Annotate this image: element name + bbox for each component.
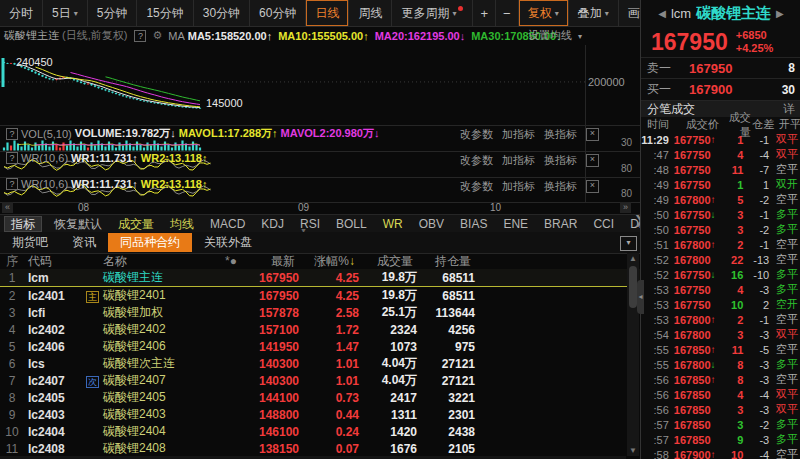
toolbar-60分钟[interactable]: 60分钟 [250, 0, 306, 26]
tick-row[interactable]: :561678504-4双平 [641, 387, 800, 402]
toolbar-日线[interactable]: 日线 [306, 0, 349, 26]
tick-row[interactable]: :4816775011-7空平 [641, 162, 800, 177]
toolbar-分时[interactable]: 分时 [0, 0, 43, 26]
tick-row[interactable]: :52167750↓16-10多平 [641, 267, 800, 282]
tick-row[interactable]: :541678003-3双平 [641, 327, 800, 342]
table-row[interactable]: 11lc2408碳酸锂24081381500.0716762105 [0, 440, 640, 457]
indicator-tab-恢复默认[interactable]: 恢复默认 [46, 216, 110, 233]
tick-row[interactable]: :4916775011双开 [641, 177, 800, 192]
indicator-tab-BOLL[interactable]: BOLL [328, 217, 375, 231]
col-last[interactable]: 最新 [245, 253, 295, 270]
tick-row[interactable]: 11:29167750↑1-1双平 [641, 132, 800, 147]
toolbar-−[interactable]: − [496, 0, 519, 26]
toolbar-叠加[interactable]: 叠加▾ [569, 0, 619, 26]
indicator-tab-BRAR[interactable]: BRAR [536, 217, 585, 231]
subtab-关联外盘[interactable]: 关联外盘 [192, 233, 264, 252]
indicator-tab-均线[interactable]: 均线 [162, 216, 202, 233]
help-icon[interactable]: ? [6, 128, 18, 140]
table-row[interactable]: 6lcs碳酸锂次主连1403001.014.04万27121 [0, 355, 640, 372]
help-icon[interactable]: ? [134, 30, 146, 42]
indicator-tab-WR[interactable]: WR [375, 217, 411, 231]
col-oi[interactable]: 持仓量 [413, 253, 471, 270]
gear-icon[interactable]: ⚙ [152, 29, 162, 42]
tick-row[interactable]: :571678503-2多平 [641, 417, 800, 432]
table-row[interactable]: 5lc2406碳酸锂24061419501.471073975 [0, 338, 640, 355]
tick-row[interactable]: :501677503-2多平 [641, 222, 800, 237]
toolbar-更多周期[interactable]: 更多周期▾ [392, 0, 473, 26]
pane-link-换指标[interactable]: 换指标 [544, 153, 577, 168]
subtab-资讯[interactable]: 资讯 [60, 233, 108, 252]
scroll-up-icon[interactable]: ▲ [627, 254, 639, 263]
indicator-tab-指标[interactable]: 指标 [4, 216, 42, 232]
tick-row[interactable]: :51167800↑2-1空平 [641, 237, 800, 252]
ma-settings-button[interactable]: 设置均线 ▾ [528, 28, 582, 43]
indicator-tab-CCI[interactable]: CCI [585, 217, 622, 231]
table-row[interactable]: 3lcfi碳酸锂加权1578782.5825.1万113644 [0, 304, 640, 321]
tick-row[interactable]: :49167800↑5-2空平 [641, 192, 800, 207]
toolbar-复权[interactable]: 复权▾ [519, 0, 569, 26]
tick-row[interactable]: :50167750↓3-1多平 [641, 207, 800, 222]
col-name[interactable]: 名称 [103, 253, 229, 270]
col-code[interactable]: 代码 [24, 253, 86, 270]
pane-link-换指标[interactable]: 换指标 [544, 127, 577, 142]
table-row[interactable]: 4lc2402碳酸锂24021571001.7223244256 [0, 321, 640, 338]
table-row[interactable]: 1lcm碳酸锂主连1679504.2519.8万68511 [0, 269, 640, 287]
subtab-期货吧[interactable]: 期货吧 [0, 233, 60, 252]
scroll-left-button[interactable]: « [2, 202, 13, 213]
pane-link-改参数[interactable]: 改参数 [460, 127, 493, 142]
tick-row[interactable]: :5216780022-13空平 [641, 252, 800, 267]
toolbar-5分钟[interactable]: 5分钟 [88, 0, 138, 26]
table-row[interactable]: 9lc2403碳酸锂24031488000.4413112301 [0, 406, 640, 423]
col-pct[interactable]: 涨幅%↓ [295, 253, 355, 270]
indicator-tab-RSI[interactable]: RSI [292, 217, 328, 231]
table-row[interactable]: 7lc2407次碳酸锂24071403001.014.04万27121 [0, 372, 640, 389]
indicator-tab-ENE[interactable]: ENE [495, 217, 536, 231]
next-contract-icon[interactable]: ▶ [776, 8, 784, 19]
bid-row[interactable]: 买一 167900 30 [641, 78, 800, 100]
tick-detail-link[interactable]: 详 [783, 101, 795, 118]
tick-row[interactable]: :471677504-4双平 [641, 147, 800, 162]
scroll-right-button[interactable]: » [620, 202, 631, 213]
table-row[interactable]: 10lc2404碳酸锂24041461000.2414202438 [0, 423, 640, 440]
toolbar-30分钟[interactable]: 30分钟 [194, 0, 250, 26]
tick-row[interactable]: :53167750102空开 [641, 297, 800, 312]
pane-link-加指标[interactable]: 加指标 [502, 127, 535, 142]
dock-panel-icon[interactable]: ▾ [620, 236, 637, 251]
scrollbar-thumb[interactable] [629, 266, 637, 308]
toolbar-周线[interactable]: 周线 [349, 0, 392, 26]
tick-col-成交价: 成交价 [677, 117, 718, 132]
toolbar-5日[interactable]: 5日▾ [43, 0, 88, 26]
tick-row[interactable]: :561678503-3双平 [641, 402, 800, 417]
help-icon[interactable]: ? [6, 152, 18, 164]
col-seq[interactable]: 序 [0, 253, 24, 270]
indicator-tab-OBV[interactable]: OBV [411, 217, 452, 231]
toolbar-15分钟[interactable]: 15分钟 [137, 0, 193, 26]
help-icon[interactable]: ? [6, 178, 18, 190]
ma-prefix: MA [168, 30, 185, 42]
tick-row[interactable]: :571678509-3多平 [641, 432, 800, 447]
subtab-同品种合约[interactable]: 同品种合约 [108, 233, 192, 252]
tick-row[interactable]: :58167900↑10-4空平 [641, 447, 800, 459]
pane-link-改参数[interactable]: 改参数 [460, 179, 493, 194]
tick-row[interactable]: :53167800↑2-1空平 [641, 312, 800, 327]
pane-link-改参数[interactable]: 改参数 [460, 153, 493, 168]
col-vol[interactable]: 成交量 [355, 253, 413, 270]
pane-link-换指标[interactable]: 换指标 [544, 179, 577, 194]
table-row[interactable]: 2lc2401主碳酸锂24011679504.2519.8万68511 [0, 287, 640, 304]
indicator-tab-成交量[interactable]: 成交量 [110, 216, 162, 233]
pane-link-加指标[interactable]: 加指标 [502, 153, 535, 168]
indicator-tab-BIAS[interactable]: BIAS [452, 217, 495, 231]
toolbar-+[interactable]: + [473, 0, 496, 26]
prev-contract-icon[interactable]: ◀ [658, 8, 666, 19]
table-row[interactable]: 8lc2405碳酸锂24051441000.7324173221 [0, 389, 640, 406]
scroll-down-icon[interactable]: ▼ [627, 446, 639, 455]
pane-link-加指标[interactable]: 加指标 [502, 179, 535, 194]
ask-row[interactable]: 卖一 167950 8 [641, 57, 800, 78]
indicator-tab-MACD[interactable]: MACD [202, 217, 253, 231]
tick-row[interactable]: :55167850↑11-5空平 [641, 342, 800, 357]
tick-row[interactable]: :55167800↓8-3多平 [641, 357, 800, 372]
tick-row[interactable]: :531677504-3多平 [641, 282, 800, 297]
tick-row[interactable]: :56167850↑8-3空平 [641, 372, 800, 387]
downtick-arrow-icon: ↓ [711, 269, 720, 280]
indicator-tab-KDJ[interactable]: KDJ [253, 217, 292, 231]
